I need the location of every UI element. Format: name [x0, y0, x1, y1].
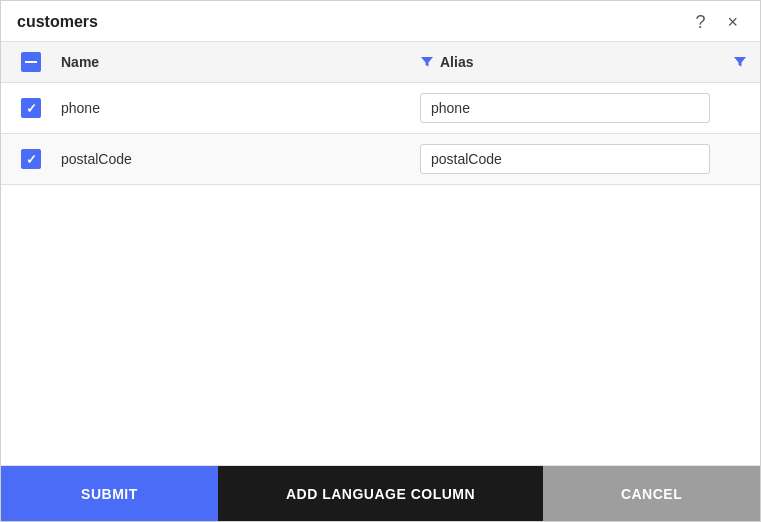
- dialog: customers ? × Name Alias: [0, 0, 761, 522]
- table-header-row: Name Alias: [1, 42, 760, 83]
- alias-filter-icon: [420, 55, 434, 69]
- dialog-footer: SUBMIT ADD LANGUAGE COLUMN CANCEL: [1, 465, 760, 521]
- row-checkbox-cell: [1, 149, 61, 169]
- row-name: postalCode: [61, 151, 410, 167]
- row-checkbox-cell: [1, 98, 61, 118]
- header-checkbox-cell: [1, 52, 61, 72]
- row-checkbox[interactable]: [21, 149, 41, 169]
- column-filter-icon: [733, 55, 747, 69]
- help-button[interactable]: ?: [689, 11, 711, 33]
- row-alias-cell: [410, 93, 720, 123]
- header-icons: ? ×: [689, 11, 744, 33]
- header-name-col: Name: [61, 54, 410, 70]
- header-filter-cell: [720, 55, 760, 69]
- table-container: Name Alias phone: [1, 42, 760, 185]
- table-row: phone: [1, 83, 760, 134]
- row-checkbox[interactable]: [21, 98, 41, 118]
- header-alias-col: Alias: [410, 54, 720, 70]
- dialog-content: Name Alias phone: [1, 42, 760, 465]
- alias-input[interactable]: [420, 93, 710, 123]
- alias-input[interactable]: [420, 144, 710, 174]
- table-row: postalCode: [1, 134, 760, 185]
- add-language-button[interactable]: ADD LANGUAGE COLUMN: [218, 466, 543, 521]
- deselect-all-button[interactable]: [21, 52, 41, 72]
- row-name: phone: [61, 100, 410, 116]
- row-alias-cell: [410, 144, 720, 174]
- submit-button[interactable]: SUBMIT: [1, 466, 218, 521]
- cancel-button[interactable]: CANCEL: [543, 466, 760, 521]
- dialog-header: customers ? ×: [1, 1, 760, 42]
- dialog-title: customers: [17, 13, 98, 31]
- close-button[interactable]: ×: [721, 11, 744, 33]
